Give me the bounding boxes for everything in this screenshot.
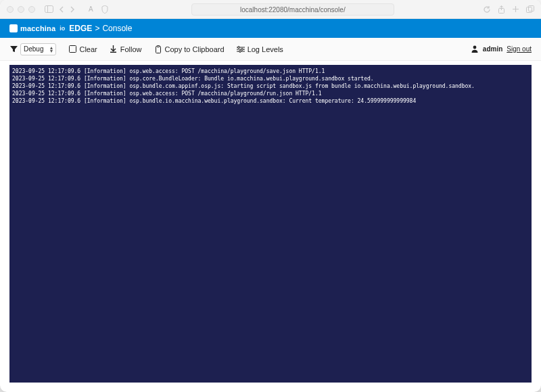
loglevels-label: Log Levels <box>248 45 283 53</box>
shield-icon[interactable] <box>101 5 108 14</box>
brand[interactable]: macchinaio <box>9 24 65 32</box>
follow-button[interactable]: Follow <box>110 45 142 53</box>
log-line: 2023-09-25 12:17:09.6 [Information] osp.… <box>12 75 529 82</box>
sliders-icon <box>237 45 245 53</box>
loglevel-selected: Debug <box>24 45 43 53</box>
tabs-icon[interactable] <box>526 5 534 13</box>
nav-buttons <box>45 5 75 13</box>
clear-label: Clear <box>79 45 97 53</box>
maximize-window-button[interactable] <box>28 6 35 13</box>
share-icon[interactable] <box>498 5 505 14</box>
browser-window: A localhost:22080/macchina/console/ ma <box>0 0 541 392</box>
svg-point-15 <box>473 46 476 49</box>
console-wrap: 2023-09-25 12:17:09.6 [Information] osp.… <box>0 61 541 392</box>
forward-button[interactable] <box>70 6 75 13</box>
clear-button[interactable]: Clear <box>68 45 97 53</box>
user-icon <box>471 45 479 53</box>
window-controls <box>7 6 35 13</box>
close-window-button[interactable] <box>7 6 14 13</box>
back-button[interactable] <box>59 6 64 13</box>
titlebar: A localhost:22080/macchina/console/ <box>0 0 541 19</box>
copy-button[interactable]: Copy to Clipboard <box>154 45 225 53</box>
svg-rect-0 <box>45 6 53 13</box>
clipboard-icon <box>154 45 162 53</box>
svg-rect-8 <box>157 45 160 47</box>
text-size-icon[interactable]: A <box>89 6 93 13</box>
url-field[interactable]: localhost:22080/macchina/console/ <box>191 3 394 16</box>
clear-icon <box>68 45 76 53</box>
log-line: 2023-09-25 12:17:09.6 [Information] osp.… <box>12 82 529 90</box>
brand-sub: io <box>60 25 65 32</box>
svg-point-14 <box>239 50 241 52</box>
filter-icon <box>9 45 18 53</box>
console-output[interactable]: 2023-09-25 12:17:09.6 [Information] osp.… <box>9 65 532 383</box>
log-line: 2023-09-25 12:17:09.6 [Information] osp.… <box>12 90 529 97</box>
breadcrumb-console[interactable]: Console <box>102 24 132 33</box>
log-line: 2023-09-25 12:17:09.6 [Information] osp.… <box>12 68 529 75</box>
svg-point-10 <box>237 46 239 48</box>
log-line: 2023-09-25 12:17:09.6 [Information] osp.… <box>12 97 529 105</box>
loglevels-button[interactable]: Log Levels <box>237 45 283 53</box>
svg-point-12 <box>241 48 243 50</box>
brand-edge: EDGE <box>69 24 92 33</box>
console-toolbar: Debug ▴▾ Clear Follow Copy to Clipboard <box>0 38 541 61</box>
user-name: admin <box>483 45 502 53</box>
brand-logo-icon <box>9 24 18 32</box>
signout-link[interactable]: Sign out <box>507 45 532 53</box>
copy-label: Copy to Clipboard <box>165 45 225 53</box>
brand-name: macchina <box>20 24 55 32</box>
user-box: admin Sign out <box>471 45 532 53</box>
svg-rect-3 <box>526 7 532 13</box>
new-tab-icon[interactable] <box>512 5 519 13</box>
app-header: macchinaio EDGE > Console <box>0 19 541 38</box>
loglevel-select[interactable]: Debug ▴▾ <box>9 43 56 55</box>
crumb-sep: > <box>95 24 99 33</box>
svg-rect-4 <box>528 6 534 11</box>
svg-rect-5 <box>69 46 76 53</box>
select-caret-icon: ▴▾ <box>50 46 53 53</box>
reload-icon[interactable] <box>483 5 491 14</box>
sidebar-toggle-icon[interactable] <box>45 5 53 13</box>
follow-icon <box>110 45 118 53</box>
minimize-window-button[interactable] <box>18 6 24 13</box>
follow-label: Follow <box>120 45 142 53</box>
